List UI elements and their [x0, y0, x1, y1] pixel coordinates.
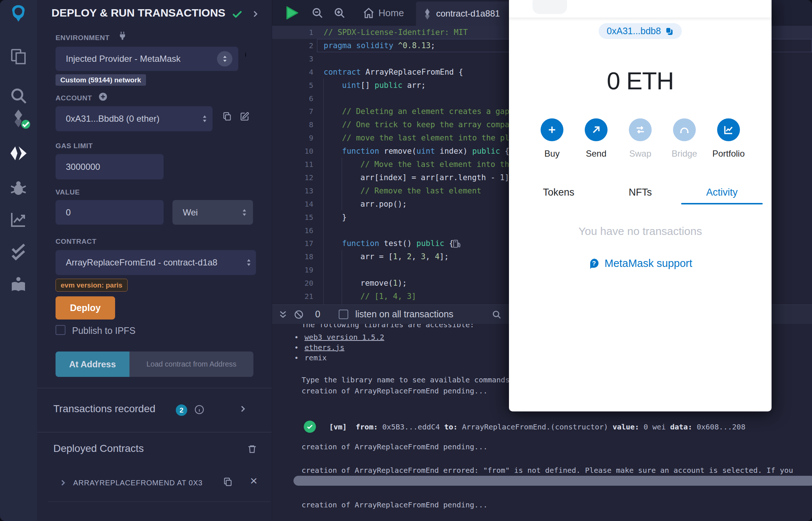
publish-to-ipfs-checkbox[interactable] — [56, 325, 65, 335]
terminal-search-icon[interactable] — [492, 310, 502, 320]
run-script-play-icon[interactable] — [284, 5, 300, 21]
metamask-support-link[interactable]: ? MetaMask support — [588, 257, 692, 270]
line-number: 14 — [272, 200, 313, 208]
listen-transactions-checkbox[interactable] — [339, 310, 348, 319]
transactions-info-icon[interactable] — [194, 404, 204, 415]
clear-console-icon[interactable] — [294, 310, 304, 320]
remove-deployed-close-icon[interactable]: × — [250, 474, 257, 488]
terminal-horizontal-scrollbar[interactable] — [293, 476, 812, 486]
deploy-and-run-icon[interactable] — [10, 144, 27, 162]
unit-testing-icon[interactable] — [10, 243, 27, 260]
add-account-icon[interactable] — [98, 92, 108, 101]
environment-select-toggle-icon[interactable] — [217, 51, 232, 67]
tab-activity[interactable]: Activity — [681, 184, 763, 201]
network-picker-partial[interactable] — [533, 0, 567, 14]
action-label-send: Send — [570, 149, 622, 159]
clear-deployed-trash-icon[interactable] — [247, 444, 257, 454]
line-number: 3 — [272, 54, 313, 63]
line-number: 19 — [272, 265, 313, 274]
line-number: 2 — [272, 41, 313, 50]
deployed-contract-chevron-icon[interactable] — [59, 479, 67, 487]
bridge-icon — [679, 124, 690, 135]
gas-limit-label: GAS LIMIT — [56, 142, 93, 150]
environment-info-icon[interactable]: i — [245, 51, 246, 58]
value-input[interactable]: 0 — [56, 200, 164, 225]
solidity-file-icon — [423, 8, 431, 19]
swap-arrows-icon — [635, 124, 646, 135]
search-icon[interactable] — [10, 87, 27, 104]
statistics-icon[interactable] — [10, 211, 27, 228]
transactions-count-badge: 2 — [176, 404, 187, 416]
at-address-input[interactable]: Load contract from Address — [129, 352, 253, 377]
plus-icon — [546, 124, 558, 135]
panel-divider — [37, 388, 272, 388]
action-portfolio-button[interactable] — [717, 118, 740, 141]
zoom-in-icon[interactable] — [333, 7, 346, 19]
sign-message-pencil-icon[interactable] — [240, 111, 250, 121]
metamask-popup: 0xA31...bdb8 0 ETH BuySendSwapBridgePort… — [509, 0, 772, 411]
action-bridge-button — [673, 118, 696, 141]
terminal-expand-chevrons-icon[interactable] — [278, 310, 288, 319]
line-number: 12 — [272, 173, 313, 182]
contract-label: CONTRACT — [56, 238, 96, 246]
action-label-swap: Swap — [615, 149, 666, 159]
remix-logo-icon[interactable] — [10, 4, 27, 22]
action-send-button[interactable] — [585, 118, 608, 141]
tab-tokens[interactable]: Tokens — [518, 184, 599, 201]
terminal-bullet-line[interactable]: •ethers.js — [294, 343, 344, 352]
file-explorer-icon[interactable] — [10, 48, 27, 65]
gas-estimate-pump-icon[interactable] — [452, 239, 462, 249]
panel-divider — [37, 432, 272, 432]
deploy-run-panel: DEPLOY & RUN TRANSACTIONS ENVIRONMENT In… — [37, 0, 272, 521]
terminal-log-line: creation of ArrayReplaceFromEnd errored:… — [302, 465, 793, 475]
terminal-log-line: creation of ArrayReplaceFromEnd pending.… — [302, 442, 488, 452]
action-label-portfolio: Portfolio — [703, 149, 754, 159]
terminal-bullet-line[interactable]: •web3 version 1.5.2 — [294, 332, 384, 342]
line-number: 8 — [272, 120, 313, 129]
send-arrow-icon — [591, 124, 602, 135]
deployed-contract-item[interactable]: ARRAYREPLACEFROMEND AT 0X3 — [73, 479, 203, 487]
line-number: 10 — [272, 147, 313, 156]
deploy-button[interactable]: Deploy — [56, 296, 115, 320]
line-number: 16 — [272, 226, 313, 235]
panel-collapse-chevron-icon[interactable] — [251, 10, 260, 18]
deployed-contracts-title: Deployed Contracts — [53, 443, 144, 454]
portfolio-chart-icon — [723, 124, 734, 135]
gas-limit-input[interactable]: 3000000 — [56, 154, 164, 179]
line-number: 1 — [272, 28, 313, 37]
transactions-expand-chevron-icon[interactable] — [238, 404, 247, 413]
copy-account-icon[interactable] — [222, 111, 232, 121]
compile-success-check-icon — [232, 9, 243, 20]
line-number: 21 — [272, 292, 313, 301]
account-address-pill[interactable]: 0xA31...bdb8 — [599, 23, 682, 39]
line-number: 20 — [272, 279, 313, 288]
account-select[interactable]: 0xA31...Bbdb8 (0 ether) — [56, 106, 213, 131]
value-unit-select[interactable]: Wei — [172, 200, 253, 225]
line-number: 5 — [272, 81, 313, 90]
terminal-log-line: creation of ArrayReplaceFromEnd pending.… — [302, 386, 488, 396]
home-icon[interactable] — [363, 7, 375, 19]
line-number: 6 — [272, 94, 313, 103]
tab-home[interactable]: Home — [378, 7, 404, 19]
panel-title: DEPLOY & RUN TRANSACTIONS — [51, 7, 225, 19]
copy-deployed-address-icon[interactable] — [223, 477, 233, 487]
contract-select[interactable]: ArrayReplaceFromEnd - contract-d1a8 — [56, 250, 256, 275]
line-number: 17 — [272, 239, 313, 248]
learneth-icon[interactable] — [10, 276, 27, 293]
terminal-vm-transaction-line[interactable]: [vm] from: 0x5B3...eddC4 to: ArrayReplac… — [329, 422, 750, 432]
tab-nfts[interactable]: NFTs — [599, 184, 681, 201]
empty-transactions-text: You have no transactions — [509, 225, 772, 238]
plug-icon[interactable] — [117, 31, 128, 41]
active-tab-underline — [681, 203, 763, 204]
environment-select[interactable]: Injected Provider - MetaMask — [56, 47, 238, 71]
debugger-icon[interactable] — [10, 179, 27, 196]
at-address-button[interactable]: At Address — [56, 352, 129, 377]
line-number: 11 — [272, 160, 313, 169]
action-buy-button[interactable] — [541, 118, 563, 141]
solidity-compiler-icon[interactable] — [10, 110, 27, 127]
network-badge: Custom (59144) network — [56, 74, 146, 86]
zoom-out-icon[interactable] — [311, 7, 324, 19]
compile-success-badge-icon — [21, 119, 31, 129]
account-label: ACCOUNT — [56, 94, 92, 102]
line-number: 7 — [272, 107, 313, 116]
